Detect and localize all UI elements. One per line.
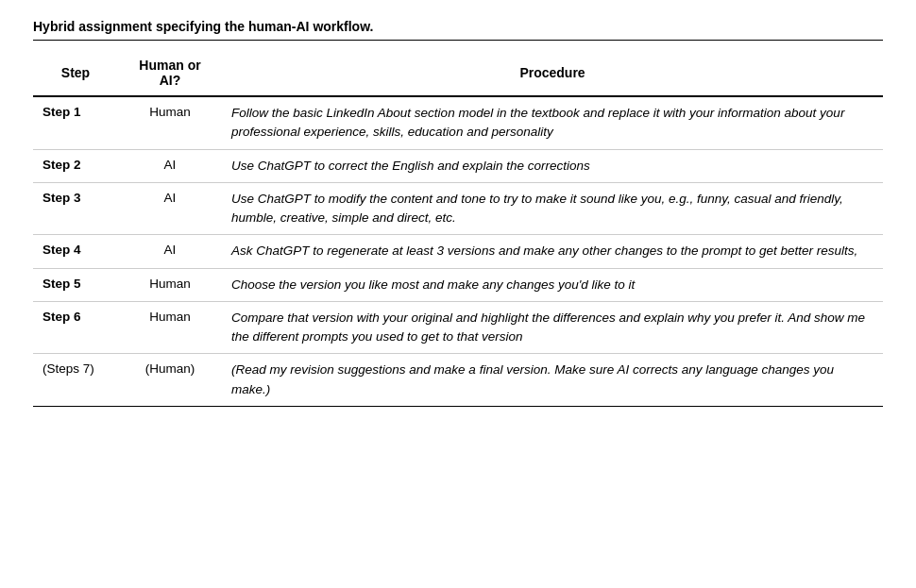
- header-agent: Human orAI?: [118, 50, 222, 96]
- table-row: Step 2AIUse ChatGPT to correct the Engli…: [33, 149, 883, 182]
- cell-procedure: (Read my revision suggestions and make a…: [222, 354, 883, 407]
- cell-procedure: Ask ChatGPT to regenerate at least 3 ver…: [222, 235, 883, 268]
- table-row: Step 1HumanFollow the basic LinkedIn Abo…: [33, 96, 883, 149]
- main-container: Hybrid assignment specifying the human-A…: [33, 19, 883, 407]
- cell-step: Step 3: [33, 182, 118, 235]
- workflow-table: Step Human orAI? Procedure Step 1HumanFo…: [33, 50, 883, 407]
- table-row: Step 5HumanChoose the version you like m…: [33, 268, 883, 301]
- cell-agent: AI: [118, 235, 222, 268]
- page-title: Hybrid assignment specifying the human-A…: [33, 19, 883, 41]
- cell-step: (Steps 7): [33, 354, 118, 407]
- cell-step: Step 6: [33, 301, 118, 354]
- table-row: Step 3AIUse ChatGPT to modify the conten…: [33, 182, 883, 235]
- table-row: Step 4AIAsk ChatGPT to regenerate at lea…: [33, 235, 883, 268]
- header-step: Step: [33, 50, 118, 96]
- table-row: (Steps 7)(Human)(Read my revision sugges…: [33, 354, 883, 407]
- table-header-row: Step Human orAI? Procedure: [33, 50, 883, 96]
- cell-step: Step 2: [33, 149, 118, 182]
- cell-step: Step 4: [33, 235, 118, 268]
- cell-step: Step 1: [33, 96, 118, 149]
- cell-procedure: Use ChatGPT to modify the content and to…: [222, 182, 883, 235]
- cell-agent: Human: [118, 301, 222, 354]
- cell-procedure: Follow the basic LinkedIn About section …: [222, 96, 883, 149]
- cell-agent: AI: [118, 149, 222, 182]
- header-procedure: Procedure: [222, 50, 883, 96]
- table-row: Step 6HumanCompare that version with you…: [33, 301, 883, 354]
- cell-procedure: Use ChatGPT to correct the English and e…: [222, 149, 883, 182]
- cell-agent: AI: [118, 182, 222, 235]
- cell-procedure: Choose the version you like most and mak…: [222, 268, 883, 301]
- cell-step: Step 5: [33, 268, 118, 301]
- cell-agent: Human: [118, 96, 222, 149]
- cell-agent: Human: [118, 268, 222, 301]
- cell-procedure: Compare that version with your original …: [222, 301, 883, 354]
- cell-agent: (Human): [118, 354, 222, 407]
